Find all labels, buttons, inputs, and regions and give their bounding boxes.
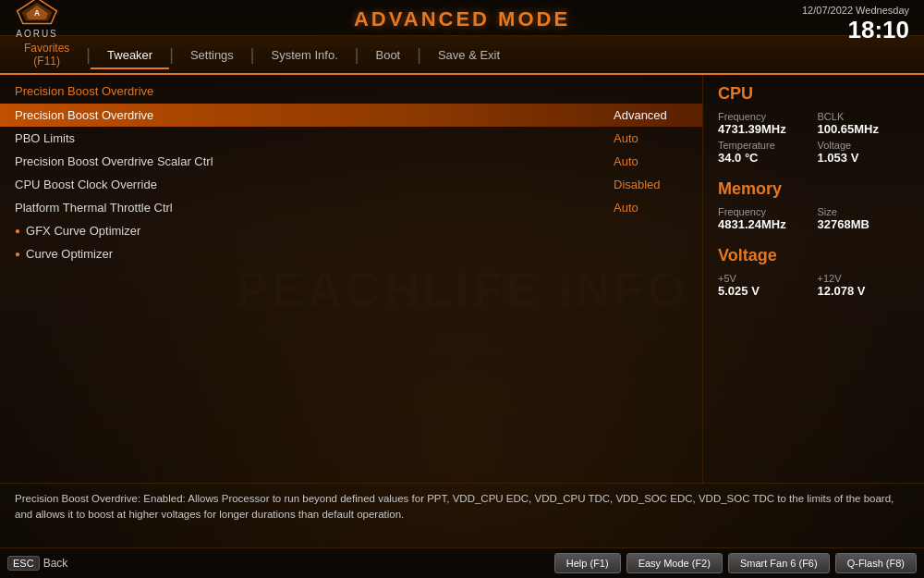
cpu-temp-label: Temperature xyxy=(718,140,810,151)
day-text: Wednesday xyxy=(856,5,909,16)
aorus-icon: A xyxy=(15,0,59,27)
menu-label-cpu-boost-clock: CPU Boost Clock Override xyxy=(15,178,614,191)
v12-label: +12V xyxy=(818,273,910,284)
memory-title: Memory xyxy=(718,179,909,199)
bottom-bar: ESC Back Help (F1) Easy Mode (F2) Smart … xyxy=(0,547,924,578)
esc-back-button[interactable]: ESC Back xyxy=(7,556,67,571)
mem-size-block: Size 32768MB xyxy=(818,206,910,231)
menu-item-curve-optimizer[interactable]: ● Curve Optimizer xyxy=(0,242,702,265)
voltage-title: Voltage xyxy=(718,246,909,265)
tab-favorites[interactable]: Favorites (F11) xyxy=(7,36,86,73)
smart-fan-button[interactable]: Smart Fan 6 (F6) xyxy=(728,553,830,573)
menu-label-platform-thermal: Platform Thermal Throttle Ctrl xyxy=(15,201,614,215)
mem-size-value: 32768MB xyxy=(818,217,910,231)
menu-label-curve-optimizer: Curve Optimizer xyxy=(26,247,687,261)
menu-label-pbo: Precision Boost Overdrive xyxy=(15,108,614,122)
date-text: 12/07/2022 xyxy=(802,5,853,16)
tab-tweaker[interactable]: Tweaker xyxy=(91,43,169,69)
left-panel: Precision Boost Overdrive Precision Boos… xyxy=(0,75,702,483)
v12-value: 12.078 V xyxy=(818,284,910,298)
cpu-frequency-value: 4731.39MHz xyxy=(718,122,810,136)
favorites-label: Favorites xyxy=(24,42,69,55)
mem-freq-value: 4831.24MHz xyxy=(718,217,810,231)
mem-size-label: Size xyxy=(818,206,910,217)
header: A AORUS ADVANCED MODE 12/07/2022 Wednesd… xyxy=(0,0,924,36)
nav-bar: Favorites (F11) | Tweaker | Settings | S… xyxy=(0,36,924,75)
v5-value: 5.025 V xyxy=(718,284,810,298)
memory-grid: Frequency 4831.24MHz Size 32768MB xyxy=(718,206,909,231)
cpu-freq-label: Frequency 4731.39MHz xyxy=(718,111,810,136)
menu-value-platform-thermal: Auto xyxy=(614,201,687,215)
menu-label-gfx-curve: GFX Curve Optimizer xyxy=(26,224,687,238)
favorites-key: (F11) xyxy=(24,55,69,68)
cpu-bclk-block: BCLK 100.65MHz xyxy=(818,111,910,136)
description-text: Precision Boost Overdrive: Enabled: Allo… xyxy=(15,493,894,520)
voltage-grid: +5V 5.025 V +12V 12.078 V xyxy=(718,273,909,298)
menu-label-pbo-scalar: Precision Boost Overdrive Scalar Ctrl xyxy=(15,154,614,168)
cpu-section: CPU Frequency 4731.39MHz BCLK 100.65MHz … xyxy=(718,84,909,165)
cpu-voltage-value: 1.053 V xyxy=(818,151,910,165)
memory-section: Memory Frequency 4831.24MHz Size 32768MB xyxy=(718,179,909,231)
menu-item-platform-thermal[interactable]: Platform Thermal Throttle Ctrl Auto xyxy=(0,196,702,219)
menu-item-pbo-scalar[interactable]: Precision Boost Overdrive Scalar Ctrl Au… xyxy=(0,150,702,173)
svg-text:A: A xyxy=(34,8,40,18)
mem-freq-label: Frequency xyxy=(718,206,810,217)
cpu-frequency-label: Frequency xyxy=(718,111,810,122)
datetime-display: 12/07/2022 Wednesday 18:10 xyxy=(802,4,909,42)
menu-item-pbo-limits[interactable]: PBO Limits Auto xyxy=(0,127,702,150)
time-display: 18:10 xyxy=(802,18,909,42)
esc-key-label: ESC xyxy=(7,556,40,571)
cpu-bclk-label: BCLK xyxy=(818,111,910,122)
v5-block: +5V 5.025 V xyxy=(718,273,810,298)
easy-mode-button[interactable]: Easy Mode (F2) xyxy=(626,553,723,573)
v12-block: +12V 12.078 V xyxy=(818,273,910,298)
logo-area: A AORUS xyxy=(15,0,59,39)
cpu-title: CPU xyxy=(718,84,909,104)
tab-boot[interactable]: Boot xyxy=(359,43,417,68)
cpu-grid: Frequency 4731.39MHz BCLK 100.65MHz Temp… xyxy=(718,111,909,165)
cpu-voltage-block: Voltage 1.053 V xyxy=(818,140,910,165)
main-area: Precision Boost Overdrive Precision Boos… xyxy=(0,75,924,483)
cpu-bclk-value: 100.65MHz xyxy=(818,122,910,136)
qflash-button[interactable]: Q-Flash (F8) xyxy=(835,553,917,573)
cpu-voltage-label: Voltage xyxy=(818,140,910,151)
help-button[interactable]: Help (F1) xyxy=(554,553,621,573)
header-title: ADVANCED MODE xyxy=(354,7,570,31)
menu-list: Precision Boost Overdrive Advanced PBO L… xyxy=(0,104,702,475)
bullet-icon-gfx: ● xyxy=(15,226,20,236)
description-area: Precision Boost Overdrive: Enabled: Allo… xyxy=(0,483,924,547)
menu-value-pbo-scalar: Auto xyxy=(614,154,687,168)
back-label: Back xyxy=(43,557,68,570)
tab-saveexit[interactable]: Save & Exit xyxy=(421,43,517,68)
menu-value-pbo-limits: Auto xyxy=(614,131,687,145)
mem-freq-block: Frequency 4831.24MHz xyxy=(718,206,810,231)
menu-value-cpu-boost-clock: Disabled xyxy=(614,178,687,191)
cpu-temp-value: 34.0 °C xyxy=(718,151,810,165)
tab-sysinfo[interactable]: System Info. xyxy=(255,43,355,68)
menu-item-cpu-boost-clock[interactable]: CPU Boost Clock Override Disabled xyxy=(0,173,702,196)
menu-item-gfx-curve[interactable]: ● GFX Curve Optimizer xyxy=(0,219,702,242)
bullet-icon-curve: ● xyxy=(15,249,20,259)
menu-value-pbo: Advanced xyxy=(614,108,687,122)
menu-item-pbo[interactable]: Precision Boost Overdrive Advanced xyxy=(0,104,702,127)
tab-settings[interactable]: Settings xyxy=(174,43,250,68)
cpu-temp-block: Temperature 34.0 °C xyxy=(718,140,810,165)
voltage-section: Voltage +5V 5.025 V +12V 12.078 V xyxy=(718,246,909,298)
breadcrumb: Precision Boost Overdrive xyxy=(0,82,702,104)
v5-label: +5V xyxy=(718,273,810,284)
right-panel: CPU Frequency 4731.39MHz BCLK 100.65MHz … xyxy=(702,75,924,483)
menu-label-pbo-limits: PBO Limits xyxy=(15,131,614,145)
main-content: A AORUS ADVANCED MODE 12/07/2022 Wednesd… xyxy=(0,0,924,578)
